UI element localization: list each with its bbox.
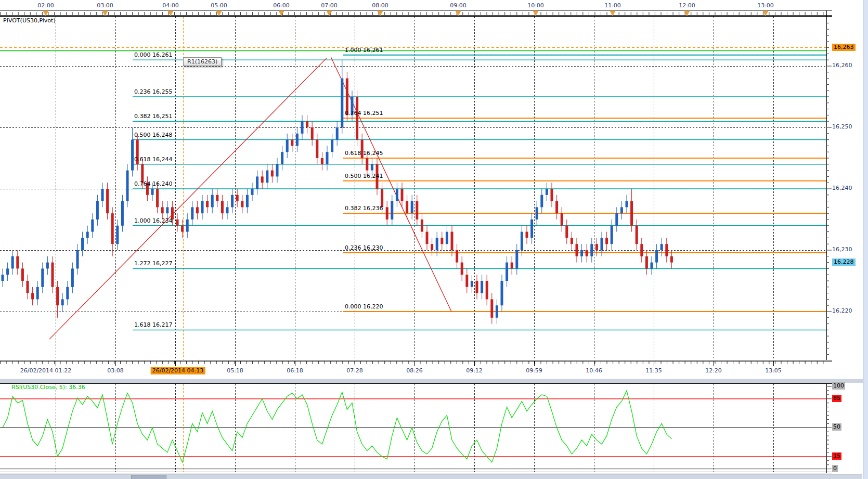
candle-body [186,219,189,232]
right-edge-panel [863,0,868,479]
candle-body [421,219,423,232]
candle-body [660,244,663,250]
candle-body [361,140,364,158]
candle-body [366,158,368,171]
candle-body [6,268,9,275]
candle-body [256,176,258,189]
candle-body [626,201,628,208]
candle-body [91,219,94,232]
candle-body [116,226,119,244]
candle-body [411,201,413,214]
candle-body [151,189,154,195]
candle-body [540,195,543,208]
candle-body [640,244,643,256]
candle-body [76,250,79,268]
candle-body [351,97,354,115]
candle-body [2,275,4,281]
candle-body [161,207,164,213]
candle-body [381,189,383,207]
candle-body [526,232,528,238]
candle-body [406,201,408,214]
candle-body [301,121,304,134]
candle-body [231,195,234,208]
candle-body [465,275,468,287]
candle-body [31,293,34,300]
candle-body [630,201,633,226]
candle-body [601,238,603,250]
candle-body [191,207,193,219]
candle-body [281,152,283,164]
candle-body [36,287,39,300]
candle-body [515,250,518,268]
candle-body [311,127,314,140]
candle-body [46,263,49,269]
candle-body [651,263,653,269]
candle-body [391,201,393,219]
candle-body [121,201,124,226]
candle-body [246,195,249,208]
candle-body [21,268,24,281]
candle-body [96,201,99,219]
candle-body [346,79,348,115]
candle-body [106,189,109,213]
candle-body [111,213,114,244]
candle-body [41,268,44,287]
candle-body [27,281,29,293]
candle-body [316,140,318,158]
candle-body [181,226,184,232]
candle-body [216,195,218,201]
candle-body [655,250,658,263]
scrollbar-handle[interactable] [131,475,166,479]
candle-body [506,263,508,281]
candle-body [241,201,243,208]
candle-body [555,201,558,214]
candle-body [51,263,54,287]
candle-body [501,281,503,305]
candle-body [291,140,293,146]
candle-body [605,238,608,244]
candle-body [206,201,209,208]
candle-body [156,189,159,207]
candle-body [141,164,144,183]
candle-body [16,256,19,269]
candle-body [66,287,69,300]
candle-body [595,244,598,250]
candle-body [266,171,268,183]
candle-body [461,263,463,275]
candle-body [236,195,239,201]
candle-body [530,219,533,238]
candle-body [126,171,129,201]
candle-body [371,164,373,171]
candle-body [81,238,84,250]
candle-body [431,244,433,250]
candle-body [61,299,64,305]
candle-body [551,189,553,201]
candle-body [166,207,169,213]
candle-body [336,127,339,140]
candle-body [376,164,379,189]
candle-body [211,195,214,208]
candle-body [331,140,333,152]
horizontal-scrollbar[interactable] [0,474,862,479]
chart-canvas[interactable] [0,0,868,479]
candle-body [456,250,458,263]
candle-body [620,207,623,213]
candle-body [296,134,299,146]
candle-body [341,79,343,127]
panel-separator [0,379,868,383]
candle-body [571,238,573,244]
candle-body [471,281,473,287]
candle-body [546,189,548,195]
candle-body [486,281,488,299]
candle-body [565,226,568,238]
candle-body [306,121,308,127]
candle-body [476,281,478,293]
candle-body [56,287,59,305]
candle-body [615,213,618,226]
candle-body [416,201,418,219]
candle-body [561,213,563,226]
candle-body [590,244,593,256]
candle-body [645,256,648,269]
candle-body [511,263,513,269]
candle-body [71,268,74,287]
